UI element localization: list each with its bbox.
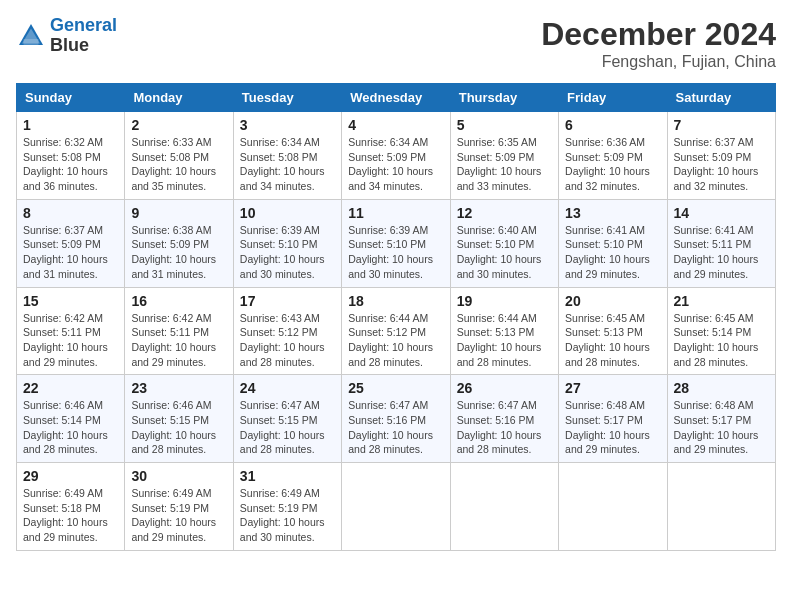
calendar-table: SundayMondayTuesdayWednesdayThursdayFrid… (16, 83, 776, 551)
day-number: 15 (23, 293, 118, 309)
day-info: Sunrise: 6:47 AMSunset: 5:15 PMDaylight:… (240, 398, 335, 457)
day-number: 22 (23, 380, 118, 396)
calendar-day-cell: 23Sunrise: 6:46 AMSunset: 5:15 PMDayligh… (125, 375, 233, 463)
day-number: 11 (348, 205, 443, 221)
calendar-day-cell: 6Sunrise: 6:36 AMSunset: 5:09 PMDaylight… (559, 112, 667, 200)
calendar-day-cell: 7Sunrise: 6:37 AMSunset: 5:09 PMDaylight… (667, 112, 775, 200)
page-header: General Blue December 2024 Fengshan, Fuj… (16, 16, 776, 71)
calendar-day-cell: 9Sunrise: 6:38 AMSunset: 5:09 PMDaylight… (125, 199, 233, 287)
day-info: Sunrise: 6:39 AMSunset: 5:10 PMDaylight:… (348, 223, 443, 282)
calendar-week-row: 22Sunrise: 6:46 AMSunset: 5:14 PMDayligh… (17, 375, 776, 463)
day-info: Sunrise: 6:49 AMSunset: 5:18 PMDaylight:… (23, 486, 118, 545)
calendar-day-cell: 1Sunrise: 6:32 AMSunset: 5:08 PMDaylight… (17, 112, 125, 200)
day-number: 21 (674, 293, 769, 309)
calendar-day-cell: 4Sunrise: 6:34 AMSunset: 5:09 PMDaylight… (342, 112, 450, 200)
day-info: Sunrise: 6:35 AMSunset: 5:09 PMDaylight:… (457, 135, 552, 194)
day-info: Sunrise: 6:42 AMSunset: 5:11 PMDaylight:… (131, 311, 226, 370)
day-info: Sunrise: 6:48 AMSunset: 5:17 PMDaylight:… (674, 398, 769, 457)
location: Fengshan, Fujian, China (541, 53, 776, 71)
day-number: 28 (674, 380, 769, 396)
day-number: 30 (131, 468, 226, 484)
day-info: Sunrise: 6:47 AMSunset: 5:16 PMDaylight:… (348, 398, 443, 457)
calendar-day-cell: 16Sunrise: 6:42 AMSunset: 5:11 PMDayligh… (125, 287, 233, 375)
calendar-day-cell: 18Sunrise: 6:44 AMSunset: 5:12 PMDayligh… (342, 287, 450, 375)
day-info: Sunrise: 6:36 AMSunset: 5:09 PMDaylight:… (565, 135, 660, 194)
day-number: 16 (131, 293, 226, 309)
calendar-empty-cell (450, 463, 558, 551)
logo-text: General Blue (50, 16, 117, 56)
day-number: 23 (131, 380, 226, 396)
day-info: Sunrise: 6:46 AMSunset: 5:15 PMDaylight:… (131, 398, 226, 457)
day-number: 1 (23, 117, 118, 133)
calendar-empty-cell (667, 463, 775, 551)
calendar-day-cell: 17Sunrise: 6:43 AMSunset: 5:12 PMDayligh… (233, 287, 341, 375)
svg-rect-2 (24, 39, 39, 45)
calendar-day-cell: 8Sunrise: 6:37 AMSunset: 5:09 PMDaylight… (17, 199, 125, 287)
day-info: Sunrise: 6:43 AMSunset: 5:12 PMDaylight:… (240, 311, 335, 370)
day-info: Sunrise: 6:45 AMSunset: 5:14 PMDaylight:… (674, 311, 769, 370)
calendar-day-cell: 15Sunrise: 6:42 AMSunset: 5:11 PMDayligh… (17, 287, 125, 375)
day-info: Sunrise: 6:48 AMSunset: 5:17 PMDaylight:… (565, 398, 660, 457)
day-number: 14 (674, 205, 769, 221)
day-info: Sunrise: 6:49 AMSunset: 5:19 PMDaylight:… (240, 486, 335, 545)
day-info: Sunrise: 6:47 AMSunset: 5:16 PMDaylight:… (457, 398, 552, 457)
calendar-day-header: Friday (559, 84, 667, 112)
day-number: 24 (240, 380, 335, 396)
calendar-day-cell: 26Sunrise: 6:47 AMSunset: 5:16 PMDayligh… (450, 375, 558, 463)
calendar-body: 1Sunrise: 6:32 AMSunset: 5:08 PMDaylight… (17, 112, 776, 551)
day-number: 25 (348, 380, 443, 396)
day-number: 5 (457, 117, 552, 133)
day-info: Sunrise: 6:40 AMSunset: 5:10 PMDaylight:… (457, 223, 552, 282)
day-info: Sunrise: 6:49 AMSunset: 5:19 PMDaylight:… (131, 486, 226, 545)
day-info: Sunrise: 6:45 AMSunset: 5:13 PMDaylight:… (565, 311, 660, 370)
logo-icon (16, 21, 46, 51)
day-info: Sunrise: 6:41 AMSunset: 5:11 PMDaylight:… (674, 223, 769, 282)
day-number: 8 (23, 205, 118, 221)
calendar-day-cell: 29Sunrise: 6:49 AMSunset: 5:18 PMDayligh… (17, 463, 125, 551)
calendar-day-cell: 25Sunrise: 6:47 AMSunset: 5:16 PMDayligh… (342, 375, 450, 463)
calendar-day-cell: 12Sunrise: 6:40 AMSunset: 5:10 PMDayligh… (450, 199, 558, 287)
calendar-day-cell: 13Sunrise: 6:41 AMSunset: 5:10 PMDayligh… (559, 199, 667, 287)
calendar-week-row: 1Sunrise: 6:32 AMSunset: 5:08 PMDaylight… (17, 112, 776, 200)
day-number: 27 (565, 380, 660, 396)
day-info: Sunrise: 6:46 AMSunset: 5:14 PMDaylight:… (23, 398, 118, 457)
day-number: 10 (240, 205, 335, 221)
day-number: 31 (240, 468, 335, 484)
calendar-day-header: Sunday (17, 84, 125, 112)
calendar-empty-cell (559, 463, 667, 551)
day-info: Sunrise: 6:33 AMSunset: 5:08 PMDaylight:… (131, 135, 226, 194)
calendar-header-row: SundayMondayTuesdayWednesdayThursdayFrid… (17, 84, 776, 112)
day-info: Sunrise: 6:34 AMSunset: 5:09 PMDaylight:… (348, 135, 443, 194)
calendar-day-cell: 27Sunrise: 6:48 AMSunset: 5:17 PMDayligh… (559, 375, 667, 463)
calendar-day-header: Tuesday (233, 84, 341, 112)
day-number: 7 (674, 117, 769, 133)
calendar-day-cell: 19Sunrise: 6:44 AMSunset: 5:13 PMDayligh… (450, 287, 558, 375)
calendar-day-cell: 24Sunrise: 6:47 AMSunset: 5:15 PMDayligh… (233, 375, 341, 463)
day-number: 6 (565, 117, 660, 133)
calendar-day-cell: 22Sunrise: 6:46 AMSunset: 5:14 PMDayligh… (17, 375, 125, 463)
day-info: Sunrise: 6:41 AMSunset: 5:10 PMDaylight:… (565, 223, 660, 282)
day-number: 13 (565, 205, 660, 221)
calendar-week-row: 15Sunrise: 6:42 AMSunset: 5:11 PMDayligh… (17, 287, 776, 375)
calendar-day-header: Saturday (667, 84, 775, 112)
day-info: Sunrise: 6:38 AMSunset: 5:09 PMDaylight:… (131, 223, 226, 282)
calendar-day-cell: 20Sunrise: 6:45 AMSunset: 5:13 PMDayligh… (559, 287, 667, 375)
day-info: Sunrise: 6:44 AMSunset: 5:12 PMDaylight:… (348, 311, 443, 370)
calendar-day-cell: 28Sunrise: 6:48 AMSunset: 5:17 PMDayligh… (667, 375, 775, 463)
day-number: 3 (240, 117, 335, 133)
day-info: Sunrise: 6:32 AMSunset: 5:08 PMDaylight:… (23, 135, 118, 194)
day-number: 12 (457, 205, 552, 221)
day-info: Sunrise: 6:37 AMSunset: 5:09 PMDaylight:… (23, 223, 118, 282)
day-number: 19 (457, 293, 552, 309)
day-info: Sunrise: 6:37 AMSunset: 5:09 PMDaylight:… (674, 135, 769, 194)
calendar-day-cell: 3Sunrise: 6:34 AMSunset: 5:08 PMDaylight… (233, 112, 341, 200)
day-number: 20 (565, 293, 660, 309)
calendar-day-cell: 11Sunrise: 6:39 AMSunset: 5:10 PMDayligh… (342, 199, 450, 287)
calendar-day-cell: 21Sunrise: 6:45 AMSunset: 5:14 PMDayligh… (667, 287, 775, 375)
day-info: Sunrise: 6:44 AMSunset: 5:13 PMDaylight:… (457, 311, 552, 370)
day-number: 17 (240, 293, 335, 309)
calendar-day-cell: 10Sunrise: 6:39 AMSunset: 5:10 PMDayligh… (233, 199, 341, 287)
title-block: December 2024 Fengshan, Fujian, China (541, 16, 776, 71)
day-number: 2 (131, 117, 226, 133)
day-number: 18 (348, 293, 443, 309)
